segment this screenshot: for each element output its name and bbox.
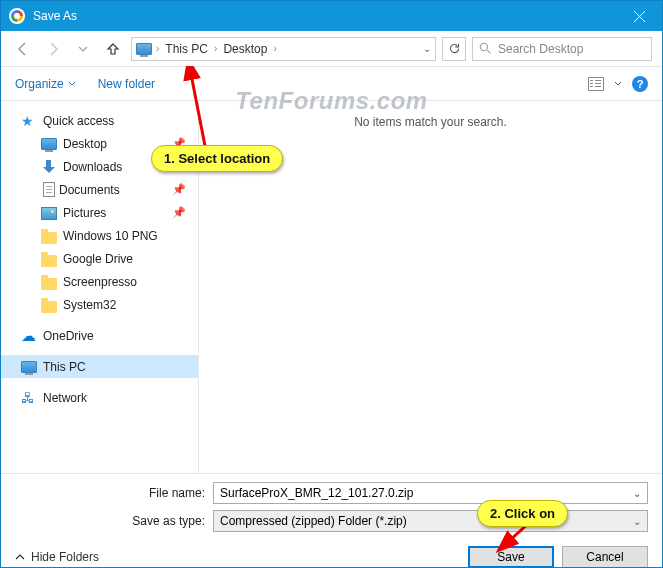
save-button[interactable]: Save [468, 546, 554, 568]
title-bar: Save As [1, 1, 662, 31]
savetype-select[interactable]: Compressed (zipped) Folder (*.zip)⌄ [213, 510, 648, 532]
nav-thispc[interactable]: This PC [1, 355, 198, 378]
document-icon [43, 182, 55, 197]
chevron-right-icon: › [156, 43, 159, 54]
star-icon: ★ [21, 113, 37, 129]
window-title: Save As [33, 9, 617, 23]
address-bar[interactable]: › This PC › Desktop › ⌄ [131, 37, 436, 61]
search-placeholder: Search Desktop [498, 42, 583, 56]
empty-message: No items match your search. [354, 115, 507, 129]
thispc-icon [136, 43, 152, 55]
cloud-icon: ☁ [21, 328, 37, 344]
refresh-button[interactable] [442, 37, 466, 61]
close-button[interactable] [617, 1, 662, 31]
hide-folders-button[interactable]: Hide Folders [15, 550, 99, 564]
callout-1: 1. Select location [151, 145, 283, 172]
svg-line-3 [487, 50, 490, 53]
filename-input[interactable]: SurfaceProX_BMR_12_101.27.0.zip⌄ [213, 482, 648, 504]
thispc-icon [21, 361, 37, 373]
chevron-right-icon: › [273, 43, 276, 54]
nav-system32[interactable]: System32 [1, 293, 198, 316]
up-button[interactable] [101, 37, 125, 61]
nav-quick-access[interactable]: ★Quick access [1, 109, 198, 132]
chevron-down-icon[interactable]: ⌄ [633, 488, 641, 499]
callout-2: 2. Click on [477, 500, 568, 527]
nav-pictures[interactable]: Pictures📌 [1, 201, 198, 224]
breadcrumb-desktop[interactable]: Desktop [221, 42, 269, 56]
chrome-icon [9, 8, 25, 24]
nav-row: › This PC › Desktop › ⌄ Search Desktop [1, 31, 662, 67]
folder-icon [41, 255, 57, 267]
filename-label: File name: [15, 486, 205, 500]
new-folder-button[interactable]: New folder [98, 77, 155, 91]
search-icon [479, 42, 492, 55]
svg-point-2 [480, 43, 487, 50]
savetype-label: Save as type: [15, 514, 205, 528]
desktop-icon [41, 138, 57, 150]
pin-icon: 📌 [172, 183, 186, 196]
folder-icon [41, 301, 57, 313]
nav-win10png[interactable]: Windows 10 PNG [1, 224, 198, 247]
help-button[interactable]: ? [632, 76, 648, 92]
chevron-right-icon: › [214, 43, 217, 54]
organize-menu[interactable]: Organize [15, 77, 76, 91]
chevron-down-icon[interactable]: ⌄ [633, 516, 641, 527]
chevron-up-icon [15, 552, 25, 562]
back-button[interactable] [11, 37, 35, 61]
nav-googledrive[interactable]: Google Drive [1, 247, 198, 270]
pin-icon: 📌 [172, 206, 186, 219]
folder-icon [41, 232, 57, 244]
nav-documents[interactable]: Documents📌 [1, 178, 198, 201]
forward-button[interactable] [41, 37, 65, 61]
recent-dropdown[interactable] [71, 37, 95, 61]
view-dropdown-icon[interactable] [614, 80, 622, 88]
address-dropdown-icon[interactable]: ⌄ [423, 43, 431, 54]
network-icon: 🖧 [21, 390, 37, 406]
search-input[interactable]: Search Desktop [472, 37, 652, 61]
nav-network[interactable]: 🖧Network [1, 386, 198, 409]
nav-onedrive[interactable]: ☁OneDrive [1, 324, 198, 347]
nav-screenpresso[interactable]: Screenpresso [1, 270, 198, 293]
view-menu[interactable] [588, 77, 604, 91]
download-icon [41, 159, 57, 175]
pictures-icon [41, 207, 57, 220]
breadcrumb-thispc[interactable]: This PC [163, 42, 210, 56]
folder-icon [41, 278, 57, 290]
toolbar: Organize New folder ? [1, 67, 662, 101]
cancel-button[interactable]: Cancel [562, 546, 648, 568]
